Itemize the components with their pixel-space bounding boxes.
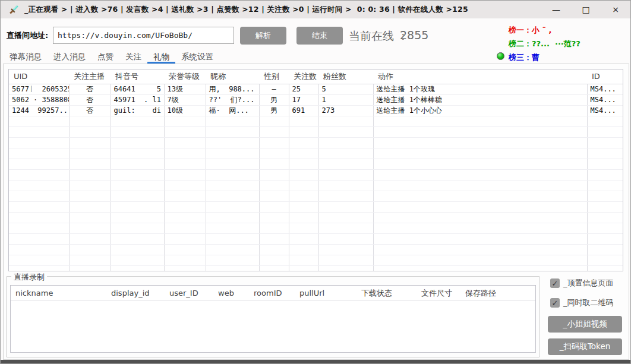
col-following: 关注数 <box>289 69 318 84</box>
app-window: _正在观看 > | 进入数 >76 | 发言数 >4 | 送礼数 >3 | 点赞… <box>0 0 631 364</box>
rec-col-display-id: display_id <box>106 289 165 297</box>
checkbox-checked-icon: ✓ <box>550 298 560 308</box>
gift-tab-page: UID 关注主播 抖音号 荣誉等级 昵称 性别 关注数 粉丝数 动作 ID 56 <box>3 64 629 360</box>
tab-follow[interactable]: 关注 <box>119 51 147 64</box>
table-row-empty <box>9 191 623 201</box>
table-row-empty <box>9 255 623 265</box>
rank3-label: 榜三： <box>509 53 532 62</box>
table-row-empty <box>9 265 623 271</box>
table-row-empty <box>9 244 623 255</box>
table-row-empty <box>9 233 623 244</box>
leaderboard-rank2: 榜二：??... ···范?? <box>509 39 580 49</box>
checkbox-qr-label: _同时取二维码 <box>563 297 614 308</box>
tab-bar: 弹幕消息 进入消息 点赞 关注 礼物 系统设置 <box>4 51 219 64</box>
col-honor-level: 荣誉等级 <box>164 69 206 84</box>
gift-table-header: UID 关注主播 抖音号 荣誉等级 昵称 性别 关注数 粉丝数 动作 ID <box>9 69 623 84</box>
col-nickname: 昵称 <box>206 69 259 84</box>
recording-groupbox: 直播录制 nickname display_id user_ID web roo… <box>6 276 540 357</box>
leaderboard-rank1: 榜一：小 ¨ , <box>509 25 552 36</box>
status-ball-icon <box>497 52 504 60</box>
minimize-icon: — <box>552 5 560 14</box>
sword-icon <box>8 4 20 15</box>
rank2-value: ??... ···范?? <box>532 39 580 48</box>
table-row[interactable]: 1244 99257...否 guil: di10级 福· 网...男 6912… <box>9 105 623 116</box>
rec-col-file-size: 文件尺寸 <box>417 288 460 299</box>
table-row-empty <box>9 169 623 180</box>
col-uid: UID <box>9 69 69 84</box>
tab-settings[interactable]: 系统设置 <box>175 51 219 64</box>
checkbox-pin-info-label: _顶置信息页面 <box>563 278 614 289</box>
gift-table-container: UID 关注主播 抖音号 荣誉等级 昵称 性别 关注数 粉丝数 动作 ID 56 <box>8 69 623 271</box>
rank2-label: 榜二： <box>509 39 532 48</box>
tab-gift[interactable]: 礼物 <box>147 51 175 64</box>
checkbox-pin-info-page[interactable]: ✓ _顶置信息页面 <box>550 278 614 289</box>
col-gender: 性别 <box>259 69 289 84</box>
table-row[interactable]: 5062 · 3588808否 45971 . l17级 ??' 们?...男 … <box>9 94 623 105</box>
maximize-icon: □ <box>582 5 589 14</box>
table-row-empty <box>9 137 623 148</box>
rec-col-nickname: nickname <box>11 289 106 297</box>
table-row-empty <box>9 180 623 191</box>
recording-table: nickname display_id user_ID web roomID p… <box>10 285 536 353</box>
table-row-empty <box>9 223 623 233</box>
tab-danmu[interactable]: 弹幕消息 <box>4 51 48 64</box>
recording-group-label: 直播录制 <box>11 272 47 283</box>
rec-col-pull-url: pullUrl <box>295 289 356 297</box>
recording-table-header: nickname display_id user_ID web roomID p… <box>11 286 535 301</box>
girl-video-button[interactable]: _小姐姐视频 <box>548 316 622 333</box>
tab-like[interactable]: 点赞 <box>92 51 119 64</box>
leaderboard-rank3: 榜三：曹 <box>509 52 539 63</box>
online-count-value: 2855 <box>400 29 428 42</box>
col-fans: 粉丝数 <box>318 69 373 84</box>
rank1-label: 榜一： <box>509 26 532 34</box>
gift-table: UID 关注主播 抖音号 荣誉等级 昵称 性别 关注数 粉丝数 动作 ID 56 <box>9 69 623 271</box>
close-button[interactable]: × <box>601 1 630 18</box>
minimize-button[interactable]: — <box>541 1 571 18</box>
col-follow-anchor: 关注主播 <box>69 69 111 84</box>
rec-col-user-id: user_ID <box>165 289 213 297</box>
end-button[interactable]: 结束 <box>296 27 343 45</box>
room-url-label: 直播间地址: <box>7 30 48 41</box>
table-row[interactable]: 5677ᛁ 2605325否 64641 513级 用, 988...– 255… <box>9 84 623 94</box>
col-douyin-id: 抖音号 <box>111 69 164 84</box>
titlebar: _正在观看 > | 进入数 >76 | 发言数 >4 | 送礼数 >3 | 点赞… <box>1 1 630 18</box>
bottom-border-strip <box>1 360 630 363</box>
table-row-empty <box>9 116 623 126</box>
rank1-value: 小 ¨ , <box>532 26 552 34</box>
table-row-empty <box>9 212 623 223</box>
col-action: 动作 <box>373 69 587 84</box>
table-row-empty <box>9 148 623 159</box>
rec-col-save-path: 保存路径 <box>460 288 532 299</box>
gift-table-body: 5677ᛁ 2605325否 64641 513级 用, 988...– 255… <box>9 84 623 271</box>
table-row-empty <box>9 201 623 212</box>
checkbox-qr-code[interactable]: ✓ _同时取二维码 <box>550 297 614 308</box>
checkbox-checked-icon: ✓ <box>550 278 560 288</box>
rec-col-web: web <box>213 289 249 297</box>
rank3-value: 曹 <box>532 53 539 62</box>
table-row-empty <box>9 159 623 169</box>
rec-col-room-id: roomID <box>249 289 295 297</box>
tab-enter[interactable]: 进入消息 <box>48 51 92 64</box>
room-url-input[interactable] <box>53 27 234 44</box>
window-controls: — □ × <box>541 1 630 18</box>
maximize-button[interactable]: □ <box>571 1 601 18</box>
col-id: ID <box>587 69 623 84</box>
rec-col-download-status: 下载状态 <box>356 288 417 299</box>
table-row-empty <box>9 126 623 137</box>
close-icon: × <box>612 5 619 14</box>
window-title: _正在观看 > | 进入数 >76 | 发言数 >4 | 送礼数 >3 | 点赞… <box>24 5 468 15</box>
scan-token-button[interactable]: _扫码取Token <box>548 338 622 355</box>
parse-button[interactable]: 解析 <box>240 27 286 45</box>
